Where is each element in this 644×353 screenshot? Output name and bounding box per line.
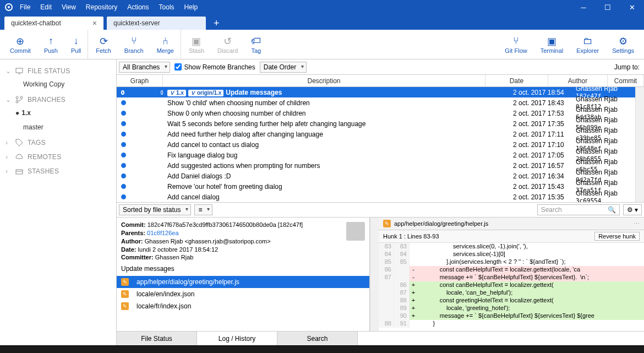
sidebar-branch-item[interactable]: master xyxy=(0,120,116,134)
settings-dropdown[interactable]: ⚙ ▾ xyxy=(623,204,642,215)
modified-icon: ✎ xyxy=(121,302,129,310)
changed-file-row[interactable]: ✎locale/fr/index.json xyxy=(117,300,369,312)
repo-tab[interactable]: quicktext-chatbot× xyxy=(4,17,103,30)
bottom-tab-log-history[interactable]: Log / History xyxy=(197,332,277,345)
commit-icon: ⊕ xyxy=(16,35,24,47)
commit-row[interactable]: Wait 5 seconds before sending further he… xyxy=(117,118,635,129)
branch-filter-select[interactable]: All Branches xyxy=(119,62,170,73)
meta-label: Parents: xyxy=(121,230,145,236)
jump-to-label: Jump to: xyxy=(614,63,642,71)
sidebar-section-stashes[interactable]: › STASHES xyxy=(0,163,116,177)
tag-button[interactable]: 🏷Tag xyxy=(244,30,268,59)
sidebar-section-branches[interactable]: ⌄ BRANCHES xyxy=(0,91,116,106)
commit-message: Remove 'our hotel' from greeting dialog xyxy=(167,183,282,191)
push-button[interactable]: ↑Push xyxy=(37,30,64,59)
close-icon[interactable]: × xyxy=(92,19,97,28)
commit-author: Ghassen Rjab 3c69554 xyxy=(576,189,635,202)
commit-message: Add cancel dialog xyxy=(167,193,220,201)
diff-panel: ✎ app/helper/dialog/greeting/helper.js ⋯… xyxy=(379,218,644,331)
parent-link[interactable]: 01c8f126ea xyxy=(147,230,179,236)
changed-file-row[interactable]: ✎locale/en/index.json xyxy=(117,288,369,300)
menu-help[interactable]: Help xyxy=(184,3,198,11)
checkbox-input[interactable] xyxy=(174,63,182,70)
close-button[interactable]: ✕ xyxy=(620,0,644,14)
commit-row[interactable]: Add need further help dialog after chang… xyxy=(117,129,635,139)
settings-button[interactable]: ⚙Settings xyxy=(605,30,641,59)
code-text: locale, 'greeting_hotel'); xyxy=(417,305,644,312)
reverse-hunk-button[interactable]: Reverse hunk xyxy=(594,232,640,241)
commit-row[interactable]: Add suggested actions when prompting for… xyxy=(117,160,635,171)
toolbar-label: Tag xyxy=(251,47,261,54)
more-icon[interactable]: ⋯ xyxy=(634,220,640,227)
commit-row[interactable]: Add cancel dialog2 oct. 2017 15:35Ghasse… xyxy=(117,192,635,202)
diff-sign xyxy=(410,320,417,328)
toolbar-label: Commit xyxy=(10,47,31,54)
commit-message: Add Daniel dialogs :D xyxy=(167,172,231,180)
menu-actions[interactable]: Actions xyxy=(127,3,149,11)
minimize-button[interactable]: ─ xyxy=(571,0,596,14)
commit-date: 2 oct. 2017 17:53 xyxy=(513,110,576,117)
menu-view[interactable]: View xyxy=(62,3,76,11)
header-commit[interactable]: Commit xyxy=(608,75,644,86)
sidebar-item-working-copy[interactable]: Working Copy xyxy=(0,77,116,91)
sidebar-section-file-status[interactable]: ⌄ FILE STATUS xyxy=(0,63,116,77)
changed-file-row[interactable]: ✎app/helper/dialog/greeting/helper.js xyxy=(117,276,369,288)
scrollbar-vertical[interactable] xyxy=(370,218,379,331)
commit-row[interactable]: 𝘝1.x𝘝origin/1.xUpdate messages2 oct. 201… xyxy=(117,87,635,97)
diff-sign: + xyxy=(410,281,417,289)
search-input[interactable]: Search 🔍 xyxy=(537,204,620,215)
merge-icon: ⑃ xyxy=(162,35,168,47)
meta-value: Ghassen Rjab xyxy=(155,254,194,260)
header-author[interactable]: Author xyxy=(548,75,608,86)
branch-button[interactable]: ⑂Branch xyxy=(118,30,150,59)
commit-row[interactable]: Show '0 child' when choosing number of c… xyxy=(117,97,635,108)
commit-row[interactable]: Add Daniel dialogs :D2 oct. 2017 16:34Gh… xyxy=(117,171,635,181)
menu-repository[interactable]: Repository xyxy=(86,3,117,11)
modified-icon: ✎ xyxy=(121,290,129,298)
meta-value: 182c47f678a57e3cd9ffb373061746500b80de0a… xyxy=(148,221,303,228)
toolbar-label: Fetch xyxy=(96,47,111,54)
commit-date: 2 oct. 2017 15:43 xyxy=(513,183,576,191)
commit-row[interactable]: Remove 'our hotel' from greeting dialog2… xyxy=(117,181,635,192)
repo-tab[interactable]: quicktext-server xyxy=(107,17,206,30)
sidebar-section-tags[interactable]: › TAGS xyxy=(0,134,116,149)
header-description[interactable]: Description xyxy=(163,75,485,86)
stash-button: ▣Stash xyxy=(181,30,211,59)
show-remote-checkbox[interactable]: Show Remote Branches xyxy=(174,63,255,71)
commit-row[interactable]: Fix language dialog bug2 oct. 2017 17:05… xyxy=(117,150,635,160)
svg-rect-2 xyxy=(16,68,23,73)
line-number-new xyxy=(394,266,410,274)
commit-row[interactable]: Show 0 only when choosing number of chil… xyxy=(117,108,635,118)
view-mode-select[interactable]: ≡ xyxy=(194,204,212,215)
commit-message: Wait 5 seconds before sending further he… xyxy=(167,120,365,128)
sidebar-section-remotes[interactable]: › REMOTES xyxy=(0,149,116,163)
explorer-button[interactable]: 🗀Explorer xyxy=(570,30,605,59)
commit-row[interactable]: Add cancel to contact us dialog2 oct. 20… xyxy=(117,139,635,150)
menu-edit[interactable]: Edit xyxy=(40,3,52,11)
terminal-button[interactable]: ▣Terminal xyxy=(534,30,570,59)
bottom-tab-file-status[interactable]: File Status xyxy=(117,332,197,345)
header-graph[interactable]: Graph xyxy=(117,75,163,86)
menu-file[interactable]: File xyxy=(20,3,30,11)
line-number-new: 83 xyxy=(394,243,410,251)
bottom-tab-search[interactable]: Search xyxy=(277,332,358,345)
scrollbar-vertical[interactable] xyxy=(635,87,644,202)
line-number-new: 85 xyxy=(394,258,410,266)
gitflow-button[interactable]: ⑂Git Flow xyxy=(498,30,533,59)
add-tab-button[interactable]: + xyxy=(209,17,224,30)
graph-node-icon xyxy=(121,90,124,95)
order-select[interactable]: Date Order xyxy=(260,62,307,73)
commit-detail-toolbar: Sorted by file status ≡ Search 🔍 ⚙ ▾ xyxy=(117,202,644,218)
graph-node-icon xyxy=(121,173,126,178)
sidebar-branch-item[interactable]: ●1.x xyxy=(0,106,116,120)
sort-select[interactable]: Sorted by file status xyxy=(119,204,191,215)
header-date[interactable]: Date xyxy=(485,75,548,86)
fetch-button[interactable]: ⟳Fetch xyxy=(88,30,118,59)
pull-button[interactable]: ↓Pull xyxy=(64,30,88,59)
merge-button[interactable]: ⑃Merge xyxy=(150,30,181,59)
menu-tools[interactable]: Tools xyxy=(159,3,174,11)
commit-button[interactable]: ⊕Commit xyxy=(3,30,37,59)
maximize-button[interactable]: ☐ xyxy=(596,0,620,14)
current-branch-icon: ● xyxy=(15,109,19,117)
commit-date: 2 oct. 2017 18:43 xyxy=(513,99,576,107)
